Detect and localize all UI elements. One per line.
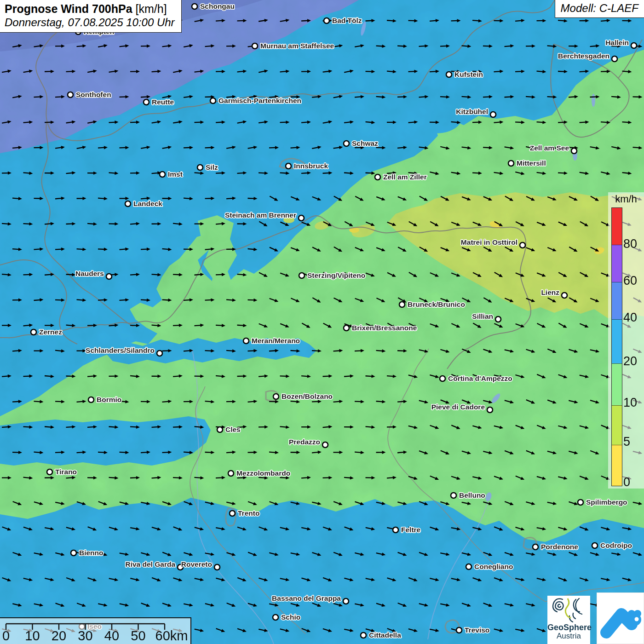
city-marker: [612, 56, 617, 62]
city-marker: [299, 273, 305, 278]
city-label: Bienno: [79, 549, 104, 557]
city-label: Zernez: [39, 328, 62, 336]
city-marker: [508, 161, 514, 166]
geosphere-org-name: GeoSphere: [547, 623, 590, 632]
city-marker: [361, 632, 366, 638]
city-label: Bassano del Grappa: [272, 594, 341, 602]
city-marker: [578, 500, 583, 505]
city-marker: [322, 442, 328, 448]
city-marker: [243, 338, 249, 344]
legend-band-60: [612, 245, 622, 282]
city-marker: [466, 564, 472, 569]
city-label: Landeck: [133, 200, 162, 207]
scale-label: 20: [52, 628, 66, 643]
city-label: Pordenone: [541, 543, 578, 551]
city-schio: Schio: [273, 613, 300, 621]
city-label: Nauders: [75, 270, 104, 277]
city-garmisch-partenkirchen: Garmisch-Partenkirchen: [210, 97, 301, 104]
city-marker: [88, 397, 94, 402]
legend-band-20: [612, 319, 622, 363]
city-label: Schlanders/Silandro: [86, 346, 155, 354]
city-label: Spilimbergo: [586, 498, 627, 506]
city-marker: [375, 174, 380, 180]
city-marker: [125, 201, 131, 207]
city-label: Tirano: [55, 468, 77, 476]
legend-tick-label: 80: [623, 237, 637, 251]
city-silz: Silz: [197, 163, 218, 171]
scale-label: 30: [78, 628, 92, 643]
city-label: Murnau am Staffelsee: [260, 42, 334, 50]
city-marker: [440, 376, 445, 381]
wind-forecast-map: SchongauBad TölzKemptenMurnau am Staffel…: [0, 0, 644, 644]
city-label: Hallein: [605, 39, 629, 46]
city-marker: [230, 511, 235, 516]
city-label: Rovereto: [181, 560, 212, 568]
scale-label: 50: [131, 628, 145, 643]
forecast-datetime: Donnerstag, 07.08.2025 10:00 Uhr: [5, 16, 175, 29]
city-bozen-bolzano: Bozen/Bolzano: [273, 392, 333, 400]
city-marker: [273, 615, 278, 620]
city-brixen-bressanone: Brixen/Bressanone: [344, 324, 417, 332]
mountain-cloud-logo-box: [597, 592, 644, 644]
city-label: Zell am Ziller: [383, 173, 427, 181]
city-label: Schio: [281, 613, 300, 621]
city-marker: [399, 302, 405, 307]
city-label: Treviso: [465, 626, 489, 634]
city-marker: [160, 172, 165, 177]
city-marker: [495, 316, 501, 322]
legend-band-10: [612, 363, 622, 405]
legend-tick-label: 10: [623, 396, 637, 410]
city-sterzing-vipiteno: Sterzing/Vipiteno: [299, 271, 365, 279]
city-label: Steinach am Brenner: [225, 211, 296, 219]
city-label: Silz: [206, 163, 218, 171]
geosphere-logo-box: GeoSphere Austria: [547, 596, 590, 644]
city-marker: [286, 163, 291, 169]
city-label: Brixen/Bressanone: [352, 324, 417, 332]
city-marker: [197, 165, 203, 170]
legend-tick-label: 20: [623, 354, 637, 368]
city-label: Cortina d'Ampezzo: [448, 374, 512, 382]
model-label: Modell: C-LAEF: [555, 0, 644, 18]
title-unit: [km/h]: [136, 2, 167, 15]
city-label: Bruneck/Brunico: [408, 300, 465, 308]
city-label: Bozen/Bolzano: [282, 392, 333, 400]
city-label: Belluno: [459, 491, 485, 499]
city-label: Meran/Merano: [252, 337, 300, 345]
city-label: Schongau: [200, 2, 235, 10]
city-murnau-am-staffelsee: Murnau am Staffelsee: [252, 42, 334, 50]
city-marker: [228, 471, 234, 476]
city-marker: [451, 493, 456, 498]
wind-speed-legend: km/h 806040201050: [608, 192, 644, 489]
city-label: Trento: [238, 509, 259, 517]
city-marker: [533, 544, 538, 550]
city-marker: [217, 427, 223, 432]
city-label: Lienz: [541, 288, 559, 296]
legend-tick-label: 40: [623, 310, 637, 325]
geosphere-logo-icon: [547, 596, 590, 622]
scale-label: 40: [104, 628, 119, 643]
city-meran-merano: Meran/Merano: [243, 337, 300, 345]
city-bruneck-brunico: Bruneck/Brunico: [399, 300, 465, 308]
city-label: Innsbruck: [294, 162, 328, 170]
city-label: Kufstein: [454, 70, 483, 78]
city-feltre: Feltre: [393, 526, 421, 534]
legend-band-40: [612, 282, 622, 319]
scale-label: 60km: [155, 628, 188, 643]
legend-band-5: [612, 405, 622, 445]
city-label: Mezzolombardo: [236, 469, 290, 477]
city-marker: [106, 274, 112, 279]
city-label: Bormio: [97, 396, 121, 403]
city-mezzolombardo: Mezzolombardo: [228, 469, 290, 477]
city-marker: [393, 527, 398, 533]
city-label: Berchtesgaden: [558, 52, 610, 60]
city-label: Imst: [168, 170, 183, 178]
city-label: Kitzbühel: [456, 108, 488, 115]
city-marker: [631, 43, 637, 48]
map-scale-bar: 0102030405060km: [0, 617, 191, 644]
map-canvas: SchongauBad TölzKemptenMurnau am Staffel…: [0, 0, 644, 644]
city-label: Conegliano: [474, 563, 513, 570]
city-label: Matrei in Osttirol: [461, 238, 518, 246]
city-label: Cles: [225, 426, 241, 433]
title-text: Prognose Wind 700hPa: [5, 2, 132, 15]
city-label: Predazzo: [289, 438, 320, 446]
